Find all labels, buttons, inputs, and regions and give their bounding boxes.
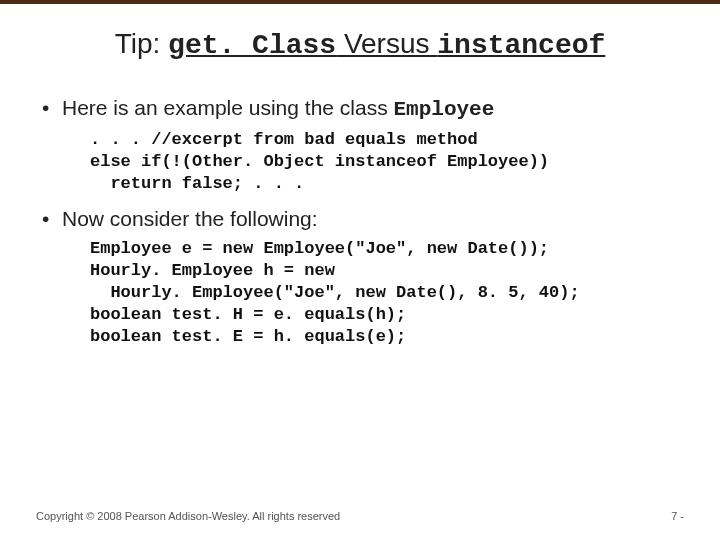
bullet-list-2: Now consider the following:: [36, 206, 684, 232]
page-number: 7 -: [671, 510, 684, 522]
title-sep: Versus: [336, 28, 437, 59]
bullet-2: Now consider the following:: [36, 206, 684, 232]
code-block-1: . . . //excerpt from bad equals method e…: [90, 129, 684, 195]
title-mono-2: instanceof: [437, 30, 605, 61]
bullet-1: Here is an example using the class Emplo…: [36, 95, 684, 123]
slide-title: Tip: get. Class Versus instanceof: [36, 28, 684, 61]
bullet-1-text: Here is an example using the class: [62, 96, 394, 119]
code-block-2: Employee e = new Employee("Joe", new Dat…: [90, 238, 684, 348]
bullet-list: Here is an example using the class Emplo…: [36, 95, 684, 123]
copyright-text: Copyright © 2008 Pearson Addison-Wesley.…: [36, 510, 340, 522]
title-mono-1: get. Class: [168, 30, 336, 61]
bullet-2-text: Now consider the following:: [62, 207, 318, 230]
title-prefix: Tip:: [115, 28, 168, 59]
bullet-1-mono: Employee: [394, 98, 495, 121]
footer: Copyright © 2008 Pearson Addison-Wesley.…: [36, 510, 684, 522]
